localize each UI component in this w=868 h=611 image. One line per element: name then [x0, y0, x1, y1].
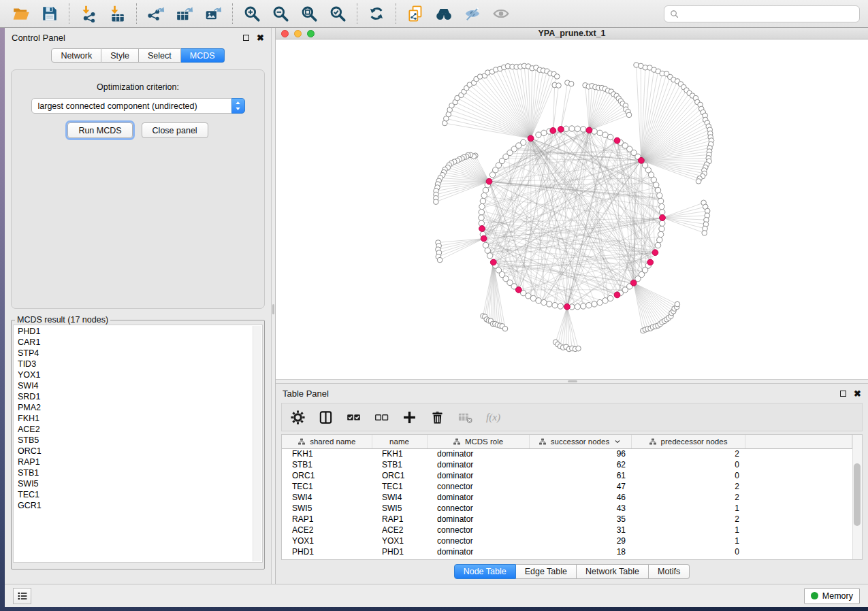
cell-successor-nodes[interactable]: 61 [529, 470, 631, 481]
cell-name[interactable]: PHD1 [372, 546, 427, 557]
cell-predecessor-nodes[interactable]: 1 [631, 525, 745, 535]
select-all-rows-button[interactable] [344, 408, 362, 426]
cell-shared-name[interactable]: SWI4 [282, 492, 372, 503]
create-new-column-button[interactable] [400, 408, 418, 426]
tab-node-table[interactable]: Node Table [454, 564, 516, 579]
horizontal-splitter-handle[interactable] [568, 380, 577, 382]
cell-MCDS-role[interactable]: dominator [427, 514, 529, 525]
mcds-result-item[interactable]: SRD1 [18, 391, 262, 402]
mcds-result-scrollbar[interactable] [253, 326, 261, 561]
optimization-select[interactable]: largest connected component (undirected) [31, 98, 245, 114]
cell-predecessor-nodes[interactable]: 0 [631, 546, 745, 557]
table-row[interactable]: TEC1TEC1connector472 [282, 481, 852, 492]
cell-name[interactable]: YOX1 [372, 535, 427, 546]
cell-successor-nodes[interactable]: 43 [529, 503, 631, 514]
zoom-fit-button[interactable] [295, 2, 323, 25]
mcds-result-item[interactable]: STB5 [18, 435, 262, 446]
memory-button[interactable]: Memory [804, 588, 860, 604]
tab-style[interactable]: Style [101, 48, 139, 63]
mcds-result-item[interactable]: ORC1 [18, 446, 262, 457]
cell-shared-name[interactable]: TEC1 [282, 481, 372, 492]
cell-predecessor-nodes[interactable]: 1 [631, 503, 745, 514]
float-panel-icon[interactable] [243, 35, 249, 41]
network-from-selection-button[interactable] [401, 2, 430, 25]
tab-network-table[interactable]: Network Table [577, 564, 649, 579]
cell-name[interactable]: FKH1 [372, 448, 427, 459]
close-panel-button[interactable]: Close panel [142, 122, 208, 138]
mcds-result-item[interactable]: SWI4 [18, 380, 262, 391]
network-canvas[interactable] [276, 39, 868, 379]
table-row[interactable]: SWI4SWI4dominator462 [282, 492, 852, 503]
export-image-button[interactable] [199, 2, 227, 25]
cell-successor-nodes[interactable]: 47 [529, 481, 631, 492]
cell-predecessor-nodes[interactable]: 2 [631, 514, 745, 525]
cell-shared-name[interactable]: YOX1 [282, 535, 372, 546]
window-zoom-traffic-light[interactable] [307, 30, 315, 37]
cell-MCDS-role[interactable]: dominator [427, 459, 529, 470]
cell-name[interactable]: TEC1 [372, 481, 427, 492]
vertical-splitter[interactable] [271, 28, 276, 584]
deselect-all-rows-button[interactable] [372, 408, 390, 426]
cell-successor-nodes[interactable]: 62 [529, 459, 631, 470]
zoom-selected-button[interactable] [323, 2, 352, 25]
first-neighbors-button[interactable] [430, 2, 458, 25]
cell-MCDS-role[interactable]: connector [427, 481, 529, 492]
window-minimize-traffic-light[interactable] [294, 30, 302, 37]
cell-predecessor-nodes[interactable]: 1 [631, 535, 745, 546]
tab-edge-table[interactable]: Edge Table [516, 564, 577, 579]
table-scrollbar-thumb[interactable] [854, 463, 861, 526]
search-box[interactable] [664, 5, 860, 22]
cell-MCDS-role[interactable]: dominator [427, 546, 529, 557]
column-header-name[interactable]: name [372, 435, 427, 448]
mcds-result-item[interactable]: PHD1 [18, 326, 262, 337]
close-table-panel-icon[interactable]: ✖ [854, 389, 861, 398]
open-file-button[interactable] [7, 2, 35, 25]
cell-shared-name[interactable]: SWI5 [282, 503, 372, 514]
run-mcds-button[interactable]: Run MCDS [67, 122, 132, 138]
cell-name[interactable]: RAP1 [372, 514, 427, 525]
tab-mcds[interactable]: MCDS [181, 48, 225, 63]
cell-predecessor-nodes[interactable]: 2 [631, 481, 745, 492]
cell-name[interactable]: SWI4 [372, 492, 427, 503]
cell-name[interactable]: ACE2 [372, 525, 427, 535]
tab-network[interactable]: Network [51, 48, 101, 63]
table-row[interactable]: PHD1PHD1dominator180 [282, 546, 852, 557]
mcds-result-item[interactable]: YOX1 [18, 369, 262, 380]
toggle-column-browser-button[interactable] [317, 408, 334, 426]
table-row[interactable]: STB1STB1dominator620 [282, 459, 852, 470]
tab-motifs[interactable]: Motifs [649, 564, 690, 579]
cell-successor-nodes[interactable]: 29 [529, 535, 631, 546]
refresh-view-button[interactable] [362, 2, 391, 25]
cell-shared-name[interactable]: FKH1 [282, 448, 372, 459]
cell-MCDS-role[interactable]: connector [427, 535, 529, 546]
table-row[interactable]: FKH1FKH1dominator962 [282, 448, 852, 459]
mcds-result-item[interactable]: ACE2 [18, 424, 262, 435]
cell-predecessor-nodes[interactable]: 2 [631, 492, 745, 503]
export-network-button[interactable] [142, 2, 170, 25]
task-history-button[interactable] [13, 588, 31, 604]
table-settings-button[interactable] [289, 408, 306, 426]
window-close-traffic-light[interactable] [281, 30, 289, 37]
zoom-in-button[interactable] [238, 2, 266, 25]
cell-shared-name[interactable]: STB1 [282, 459, 372, 470]
table-row[interactable]: SWI5SWI5connector431 [282, 503, 852, 514]
column-header-successor-nodes[interactable]: successor nodes [529, 435, 631, 448]
delete-column-button[interactable] [428, 408, 446, 426]
cell-successor-nodes[interactable]: 46 [529, 492, 631, 503]
close-panel-icon[interactable]: ✖ [257, 33, 264, 42]
cell-successor-nodes[interactable]: 31 [529, 525, 631, 535]
table-row[interactable]: ORC1ORC1dominator610 [282, 470, 852, 481]
mcds-result-item[interactable]: SWI5 [18, 478, 262, 489]
cell-MCDS-role[interactable]: dominator [427, 492, 529, 503]
cell-predecessor-nodes[interactable]: 0 [631, 470, 745, 481]
mcds-result-item[interactable]: GCR1 [18, 500, 262, 511]
cell-predecessor-nodes[interactable]: 0 [631, 459, 745, 470]
table-row[interactable]: ACE2ACE2connector311 [282, 525, 852, 535]
export-table-button[interactable] [170, 2, 199, 25]
cell-successor-nodes[interactable]: 96 [529, 448, 631, 459]
mcds-result-item[interactable]: CAR1 [18, 337, 262, 348]
cell-name[interactable]: STB1 [372, 459, 427, 470]
cell-name[interactable]: SWI5 [372, 503, 427, 514]
table-row[interactable]: RAP1RAP1dominator352 [282, 514, 852, 525]
horizontal-splitter[interactable] [276, 379, 868, 384]
